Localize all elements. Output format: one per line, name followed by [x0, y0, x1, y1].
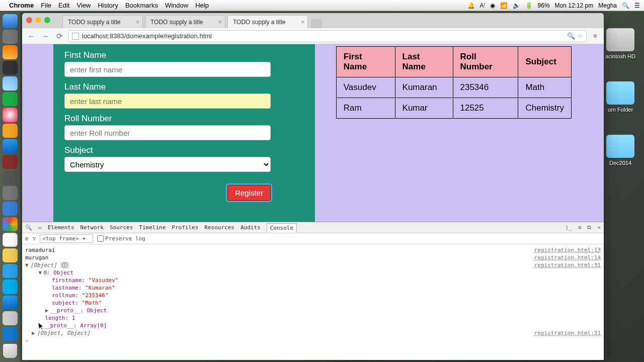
frame-selector[interactable]: <top frame> ▾ [40, 234, 93, 243]
dock-app[interactable] [3, 311, 18, 325]
desktop-burn-folder[interactable]: urn Folder [603, 81, 638, 113]
reload-button[interactable]: ⟳ [54, 32, 64, 41]
zoom-window[interactable] [44, 17, 50, 23]
filter-icon[interactable]: ▽ [33, 235, 36, 242]
close-tab-icon[interactable]: × [136, 19, 139, 26]
dock-trash[interactable] [3, 344, 17, 358]
subject-select[interactable]: Chemistry [64, 157, 271, 172]
zoom-icon[interactable]: 🔍 [567, 32, 575, 40]
console-output[interactable]: ramadurairegistration.html:13 muruganreg… [22, 244, 604, 360]
app-name[interactable]: Chrome [9, 2, 34, 9]
devtools-tab-elements[interactable]: Elements [48, 224, 74, 231]
status-wifi-icon[interactable]: 📶 [500, 2, 508, 9]
devtools-search-icon[interactable]: 🔍 [25, 224, 32, 231]
address-bar[interactable]: localhost:8383/domexample/registration.h… [68, 30, 587, 42]
rollnumber-input[interactable] [64, 125, 271, 140]
desktop-hd[interactable]: acintosh HD [603, 28, 638, 59]
devtools-tab-sources[interactable]: Sources [110, 224, 133, 231]
dock-app[interactable] [3, 61, 18, 75]
clear-console-icon[interactable]: ⊘ [25, 235, 29, 242]
dock-finder[interactable] [3, 14, 18, 28]
table-row: Ram Kumar 12525 Chemistry [336, 98, 571, 119]
console-prop[interactable]: 0: Object [44, 269, 74, 276]
forward-button[interactable]: → [40, 32, 50, 40]
mouse-cursor [38, 321, 46, 331]
devtools-settings-icon[interactable]: ⚙ [578, 224, 582, 231]
menu-history[interactable]: History [98, 2, 118, 9]
dock-app[interactable] [3, 233, 18, 247]
dock-appstore[interactable] [3, 139, 18, 153]
dock-ibooks[interactable] [3, 124, 18, 138]
window-controls [26, 17, 50, 23]
dock-app[interactable] [3, 155, 18, 169]
preserve-log-checkbox[interactable]: Preserve log [97, 235, 145, 242]
dock-messages[interactable] [3, 264, 18, 278]
cell: Math [518, 77, 572, 98]
dock-app[interactable] [3, 248, 18, 262]
dock-itunes[interactable] [3, 108, 18, 122]
dock-app[interactable] [3, 202, 18, 216]
devtools-device-icon[interactable]: ▭ [38, 224, 42, 231]
console-object[interactable]: [Object] [30, 262, 57, 268]
devtools-tab-audits[interactable]: Audits [240, 224, 261, 231]
status-clock[interactable]: Mon 12:12 pm [555, 2, 594, 9]
dock-app[interactable] [3, 45, 18, 59]
menu-window[interactable]: Window [165, 2, 188, 9]
devtools-tab-resources[interactable]: Resources [204, 224, 234, 231]
console-source-link[interactable]: registration.html:31 [534, 329, 601, 337]
browser-tab[interactable]: TODO supply a title× [145, 15, 225, 28]
close-tab-icon[interactable]: × [301, 19, 304, 26]
lastname-label: Last Name [64, 82, 304, 92]
desktop-dec2014[interactable]: Dec2014 [603, 135, 638, 166]
dock-app[interactable] [3, 92, 18, 106]
devtools-tab-network[interactable]: Network [80, 224, 104, 231]
dock-safari[interactable] [3, 296, 18, 310]
status-user[interactable]: Megha [598, 2, 617, 9]
console-source-link[interactable]: registration.html:31 [534, 261, 601, 269]
devtools-drawer-icon[interactable]: ⟩_ [566, 224, 572, 231]
register-button[interactable]: Register [227, 185, 271, 201]
dock-app[interactable] [3, 30, 18, 44]
status-record-icon[interactable]: ◉ [490, 2, 495, 9]
devtools-tab-timeline[interactable]: Timeline [139, 224, 166, 231]
dock-app[interactable] [3, 327, 18, 341]
cell: Ram [336, 98, 395, 119]
dock-preview[interactable] [3, 76, 18, 90]
devtools-tab-console[interactable]: Console [267, 223, 297, 233]
new-tab-button[interactable] [311, 19, 322, 28]
dock-settings[interactable] [3, 186, 18, 200]
devtools-console-toolbar: ⊘ ▽ <top frame> ▾ Preserve log [22, 233, 604, 244]
close-window[interactable] [26, 17, 32, 23]
chrome-window: TODO supply a title× TODO supply a title… [22, 13, 604, 360]
dock-skype[interactable] [3, 280, 18, 294]
notification-center-icon[interactable]: ☰ [634, 2, 640, 9]
status-adobe-icon[interactable]: Aᴵ [480, 2, 485, 9]
dock-chrome[interactable] [3, 217, 18, 231]
dock-app[interactable] [3, 170, 18, 185]
console-source-link[interactable]: registration.html:14 [534, 254, 601, 261]
status-notify-icon[interactable]: 🔔 [467, 2, 475, 9]
menu-help[interactable]: Help [195, 2, 209, 9]
menu-edit[interactable]: Edit [58, 2, 69, 9]
back-button[interactable]: ← [26, 32, 36, 40]
spotlight-icon[interactable]: 🔍 [622, 2, 629, 9]
lastname-input[interactable] [64, 94, 271, 109]
browser-tab[interactable]: TODO supply a title× [62, 15, 143, 28]
menu-view[interactable]: View [76, 2, 91, 9]
chrome-menu-icon[interactable]: ≡ [591, 32, 600, 40]
status-volume-icon[interactable]: 🔈 [513, 2, 520, 9]
menu-file[interactable]: File [41, 2, 51, 9]
console-object[interactable]: [Object, Object] [37, 330, 90, 336]
cell: Vasudev [336, 77, 395, 98]
devtools-close-icon[interactable]: × [597, 224, 601, 231]
bookmark-icon[interactable]: ☆ [577, 32, 583, 40]
close-tab-icon[interactable]: × [218, 19, 222, 26]
firstname-input[interactable] [64, 62, 271, 77]
console-source-link[interactable]: registration.html:13 [534, 246, 601, 254]
devtools-tab-profiles[interactable]: Profiles [172, 224, 198, 231]
status-battery-icon[interactable]: 🔋 [525, 2, 533, 9]
minimize-window[interactable] [35, 17, 41, 23]
menu-bookmarks[interactable]: Bookmarks [125, 2, 158, 9]
browser-tab-active[interactable]: TODO supply a title× [227, 15, 308, 28]
devtools-dock-icon[interactable]: ⧉ [587, 224, 591, 231]
